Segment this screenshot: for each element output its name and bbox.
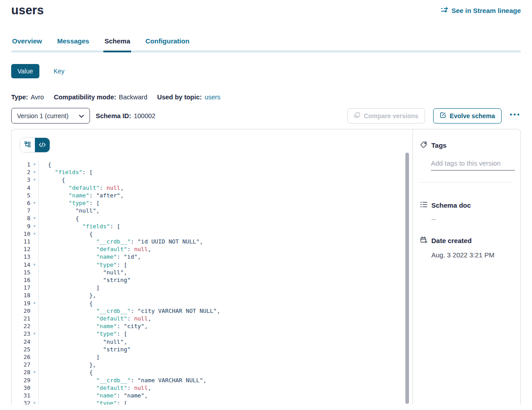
fold-toggle-icon[interactable]: ▼ [30, 399, 38, 405]
fold-toggle-icon[interactable]: ▼ [30, 230, 38, 238]
code-text: "type": [ [38, 261, 413, 269]
tab-schema[interactable]: Schema [103, 37, 131, 52]
code-line: 21 "default": null, [12, 315, 413, 322]
schema-id-value: 100002 [134, 112, 155, 120]
code-line: 26 ] [12, 353, 413, 361]
fold-toggle-icon[interactable]: ▼ [30, 199, 38, 207]
code-text: }, [38, 291, 413, 299]
code-text: "type": [ [38, 199, 413, 207]
line-number: 3 [12, 176, 30, 184]
fold-spacer [30, 392, 38, 399]
fold-spacer [30, 376, 38, 384]
fold-toggle-icon[interactable]: ▼ [30, 299, 38, 307]
schema-type: Type: Avro [11, 94, 44, 101]
line-number: 29 [12, 376, 30, 384]
code-text: }, [38, 361, 413, 368]
code-text: "__crdb__": "id UUID NOT NULL", [38, 238, 413, 245]
evolve-schema-button[interactable]: Evolve schema [433, 108, 502, 124]
code-text: "null", [38, 338, 413, 346]
fold-spacer [30, 245, 38, 253]
date-created-section: Date created Aug. 3 2022 3:21 PM [420, 236, 515, 259]
code-line: 14▼ "type": [ [12, 261, 413, 269]
fold-spacer [30, 315, 38, 322]
fold-toggle-icon[interactable]: ▼ [30, 161, 38, 168]
code-text: "name": "city", [38, 322, 413, 330]
code-text: { [38, 368, 413, 376]
schema-id: Schema ID: 100002 [96, 112, 155, 120]
fold-spacer [30, 184, 38, 192]
value-tab-button[interactable]: Value [11, 64, 39, 78]
compare-versions-button[interactable]: Compare versions [347, 108, 425, 124]
tab-configuration[interactable]: Configuration [145, 37, 190, 51]
code-line: 28▼ { [12, 368, 413, 376]
tab-messages[interactable]: Messages [56, 37, 90, 51]
code-line: 30 "default": null, [12, 384, 413, 392]
code-text: "default": null, [38, 245, 413, 253]
fold-toggle-icon[interactable]: ▼ [30, 214, 38, 222]
key-tab-button[interactable]: Key [51, 67, 67, 75]
code-text: ] [38, 353, 413, 361]
fold-spacer [30, 338, 38, 346]
fold-spacer [30, 192, 38, 199]
topic-label: Used by topic: [157, 94, 202, 101]
line-number: 8 [12, 214, 30, 222]
schema-doc-value: -- [431, 215, 515, 223]
tree-view-button[interactable] [20, 138, 35, 152]
line-number: 12 [12, 245, 30, 253]
fold-toggle-icon[interactable]: ▼ [30, 222, 38, 230]
code-line: 16 "string" [12, 276, 413, 284]
code-line: 12 "default": null, [12, 245, 413, 253]
line-number: 21 [12, 315, 30, 322]
chevron-down-icon [79, 112, 84, 120]
code-line: 20 "__crdb__": "city VARCHAR NOT NULL", [12, 307, 413, 315]
date-created-value: Aug. 3 2022 3:21 PM [431, 251, 515, 259]
schema-doc-section: Schema doc -- [420, 201, 515, 223]
topic-tabs: OverviewMessagesSchemaConfiguration [11, 37, 521, 52]
used-by-topic: Used by topic: users [157, 94, 220, 101]
tab-overview[interactable]: Overview [11, 37, 43, 51]
fold-toggle-icon[interactable]: ▼ [30, 368, 38, 376]
code-text: { [38, 161, 413, 168]
code-view-button[interactable] [35, 138, 50, 152]
code-text: "name": "name", [38, 392, 413, 399]
code-text: "name": "after", [38, 192, 413, 199]
schema-meta-row: Type: Avro Compatibility mode: Backward … [11, 94, 521, 101]
fold-toggle-icon[interactable]: ▼ [30, 176, 38, 184]
version-select[interactable]: Version 1 (current) [11, 108, 90, 124]
fold-toggle-icon[interactable]: ▼ [30, 330, 38, 337]
see-in-stream-lineage-link[interactable]: See in Stream lineage [441, 7, 521, 14]
line-number: 18 [12, 291, 30, 299]
fold-toggle-icon[interactable]: ▼ [30, 261, 38, 269]
line-number: 23 [12, 330, 30, 337]
schema-page: users See in Stream lineage OverviewMess… [0, 0, 532, 405]
fold-toggle-icon[interactable]: ▼ [30, 168, 38, 176]
more-actions-button[interactable]: ••• [510, 111, 521, 121]
line-number: 13 [12, 253, 30, 261]
page-title: users [11, 4, 44, 17]
code-line: 27 }, [12, 361, 413, 368]
line-number: 9 [12, 222, 30, 230]
compat-label: Compatibility mode: [54, 94, 116, 101]
fold-spacer [30, 291, 38, 299]
code-line: 15 "null", [12, 269, 413, 276]
tags-heading: Tags [420, 141, 515, 149]
code-text: "null", [38, 269, 413, 276]
tree-view-icon [25, 141, 30, 149]
line-number: 26 [12, 353, 30, 361]
line-number: 25 [12, 346, 30, 353]
topic-link[interactable]: users [204, 94, 220, 101]
line-number: 7 [12, 207, 30, 214]
list-icon [420, 201, 427, 209]
code-text: { [38, 230, 413, 238]
editor-scrollbar[interactable] [405, 153, 409, 404]
schema-sidebar: Tags Schema doc -- [413, 129, 520, 405]
line-number: 14 [12, 261, 30, 269]
code-line: 6▼ "type": [ [12, 199, 413, 207]
fold-spacer [30, 307, 38, 315]
code-line: 9▼ "fields": [ [12, 222, 413, 230]
schema-code-editor[interactable]: 1▼{2▼ "fields": [3▼ {4 "default": null,5… [12, 161, 413, 405]
code-text: { [38, 176, 413, 184]
line-number: 31 [12, 392, 30, 399]
line-number: 16 [12, 276, 30, 284]
add-tags-input[interactable] [431, 159, 515, 171]
